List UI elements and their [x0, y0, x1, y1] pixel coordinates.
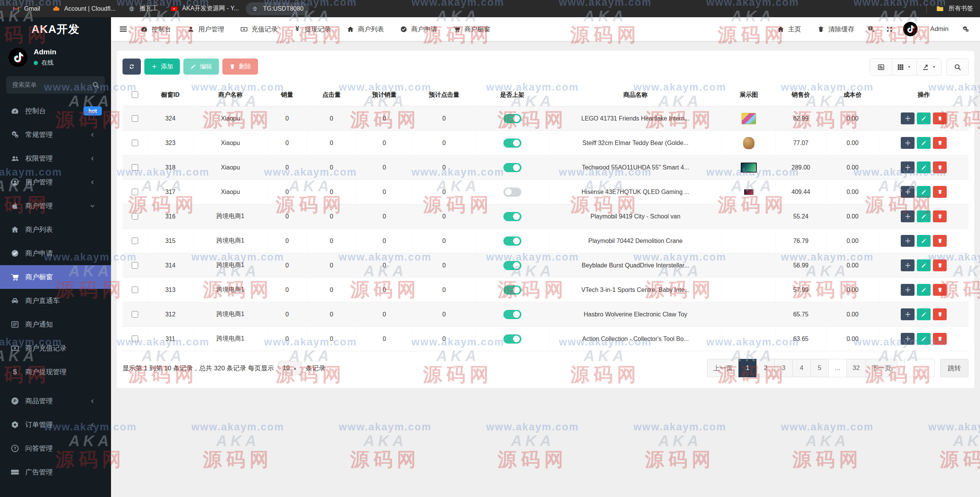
sidebar-item-dashboard[interactable]: 控制台hot: [0, 99, 111, 123]
on-shelf-toggle[interactable]: [503, 261, 521, 270]
delete-row-button[interactable]: [933, 112, 947, 124]
move-button[interactable]: [901, 161, 915, 173]
sidebar-item-merchant-withdraw[interactable]: $商户提现管理: [0, 360, 111, 384]
row-checkbox[interactable]: [132, 213, 138, 220]
page-button-2[interactable]: 2: [756, 359, 775, 377]
delete-row-button[interactable]: [933, 235, 947, 247]
next-page-button[interactable]: 下一页: [866, 359, 897, 377]
delete-button[interactable]: 删除: [222, 59, 258, 75]
page-button-...[interactable]: ...: [828, 359, 847, 377]
sidebar-item-merchant-notice[interactable]: 商户通知: [0, 313, 111, 336]
move-button[interactable]: [901, 186, 915, 198]
edit-row-button[interactable]: [917, 235, 931, 247]
delete-row-button[interactable]: [933, 333, 947, 345]
sidebar-item-merchant-express[interactable]: 商户直通车: [0, 289, 111, 313]
move-button[interactable]: [901, 284, 915, 296]
edit-row-button[interactable]: [917, 284, 931, 296]
row-checkbox[interactable]: [132, 238, 138, 244]
select-all-checkbox[interactable]: [132, 91, 138, 98]
edit-row-button[interactable]: [917, 210, 931, 222]
jump-button[interactable]: 跳转: [940, 359, 969, 377]
sidebar-item-user-mgmt[interactable]: 用户管理: [0, 170, 111, 194]
row-checkbox[interactable]: [132, 311, 138, 318]
on-shelf-toggle[interactable]: [503, 310, 521, 319]
search-button[interactable]: [946, 59, 969, 75]
topnav-item-merchant-list[interactable]: 商户列表: [339, 17, 392, 41]
move-button[interactable]: [901, 137, 915, 149]
sidebar-item-order-mgmt[interactable]: 订单管理: [0, 413, 111, 437]
delete-row-button[interactable]: [933, 210, 947, 222]
sidebar-toggle-button[interactable]: [114, 20, 132, 38]
navbar-avatar[interactable]: [903, 22, 918, 36]
topnav-item-recharge-records[interactable]: 充值记录: [232, 17, 286, 41]
edit-row-button[interactable]: [917, 333, 931, 345]
edit-row-button[interactable]: [917, 308, 931, 320]
page-button-32[interactable]: 32: [846, 359, 866, 377]
prev-page-button[interactable]: 上一页: [707, 359, 739, 377]
bookmark-gmail[interactable]: Gmail: [7, 2, 46, 15]
move-button[interactable]: [901, 112, 915, 124]
on-shelf-toggle[interactable]: [503, 139, 521, 148]
row-checkbox[interactable]: [132, 189, 138, 195]
refresh-button[interactable]: [122, 59, 141, 75]
sidebar-item-qa-mgmt[interactable]: ?问答管理: [0, 437, 111, 460]
sidebar-item-merchant-apply[interactable]: 商户申请: [0, 241, 111, 265]
delete-row-button[interactable]: [933, 308, 947, 320]
sidebar-item-ad-mgmt[interactable]: DISCOVER广告管理: [0, 460, 111, 484]
edit-button[interactable]: 编辑: [183, 59, 219, 75]
menu-search-input[interactable]: [6, 76, 105, 94]
row-checkbox[interactable]: [132, 115, 138, 122]
edit-row-button[interactable]: [917, 112, 931, 124]
edit-row-button[interactable]: [917, 259, 931, 271]
bookmark-cloudflare-account[interactable]: Account | Cloudfl...: [47, 2, 121, 15]
export-button[interactable]: [916, 59, 942, 75]
row-checkbox[interactable]: [132, 287, 138, 293]
add-button[interactable]: 添加: [144, 59, 180, 75]
all-bookmarks[interactable]: 所有书签: [926, 4, 973, 13]
edit-row-button[interactable]: [917, 186, 931, 198]
sidebar-item-permission-mgmt[interactable]: 权限管理: [0, 147, 111, 170]
on-shelf-toggle[interactable]: [503, 212, 521, 221]
row-checkbox[interactable]: [132, 262, 138, 269]
edit-row-button[interactable]: [917, 137, 931, 149]
topnav-item-withdraw-records[interactable]: ¥提现记录: [286, 17, 339, 41]
delete-row-button[interactable]: [933, 186, 947, 198]
delete-row-button[interactable]: [933, 284, 947, 296]
bookmark-tg-usdt[interactable]: TG:USDT8080: [246, 2, 309, 15]
on-shelf-toggle[interactable]: [503, 163, 521, 172]
delete-row-button[interactable]: [933, 259, 947, 271]
page-button-1[interactable]: 1: [738, 359, 757, 377]
page-button-4[interactable]: 4: [792, 359, 811, 377]
sidebar-item-general-mgmt[interactable]: 常规管理: [0, 123, 111, 147]
sidebar-item-merchant-recharge[interactable]: 商户充值记录: [0, 336, 111, 360]
on-shelf-toggle[interactable]: [503, 114, 521, 123]
sidebar-item-merchant-list[interactable]: 商户列表: [0, 218, 111, 241]
page-button-5[interactable]: 5: [810, 359, 829, 377]
delete-row-button[interactable]: [933, 161, 947, 173]
on-shelf-toggle[interactable]: [503, 236, 521, 246]
detail-view-button[interactable]: [870, 59, 892, 75]
delete-row-button[interactable]: [933, 137, 947, 149]
topnav-item-fullscreen[interactable]: [880, 17, 898, 41]
row-checkbox[interactable]: [132, 164, 138, 171]
move-button[interactable]: [901, 235, 915, 247]
topnav-item-dashboard[interactable]: 控制台: [132, 17, 179, 41]
avatar[interactable]: [8, 48, 28, 67]
edit-row-button[interactable]: [917, 161, 931, 173]
topnav-item-home-page[interactable]: 主页: [769, 17, 809, 41]
topnav-item-merchant-showcase[interactable]: 商户橱窗: [445, 17, 498, 41]
move-button[interactable]: [901, 210, 915, 222]
move-button[interactable]: [901, 308, 915, 320]
move-button[interactable]: [901, 259, 915, 271]
topnav-item-settings[interactable]: [957, 17, 975, 41]
on-shelf-toggle[interactable]: [503, 187, 521, 197]
columns-button[interactable]: [892, 59, 917, 75]
topnav-item-admin-user[interactable]: Admin: [922, 17, 957, 41]
jump-page-input[interactable]: [904, 359, 935, 377]
bookmark-banwagong[interactable]: 搬瓦工: [122, 2, 163, 15]
row-checkbox[interactable]: [132, 140, 138, 146]
page-button-3[interactable]: 3: [774, 359, 793, 377]
page-size-select[interactable]: 10 ▲: [278, 361, 302, 375]
topnav-item-clear-cache[interactable]: 清除缓存: [809, 17, 862, 41]
sidebar-item-product-mgmt[interactable]: P商品管理: [0, 389, 111, 413]
